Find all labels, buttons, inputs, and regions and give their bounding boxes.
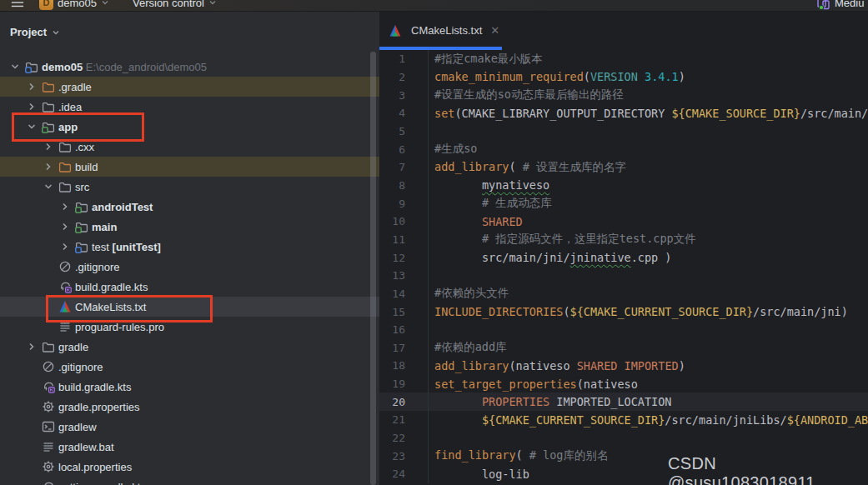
line-number: 9: [379, 194, 429, 212]
tree-item-label: .gitignore: [75, 261, 119, 273]
editor[interactable]: CMakeLists.txt ✕ 1#指定cmake最小版本2cmake_min…: [379, 11, 868, 485]
tree-item-cmakelists.txt[interactable]: CMakeLists.txt: [0, 297, 379, 317]
editor-tab-bar: CMakeLists.txt ✕: [379, 11, 868, 50]
line-number: 13: [379, 267, 429, 285]
indent-spacer: [42, 260, 55, 273]
hamburger-menu-icon[interactable]: [11, 0, 24, 9]
tree-item-build.gradle.kts[interactable]: build.gradle.kts: [0, 277, 379, 297]
main-toolbar: D demo05 Version control Mediu: [0, 0, 868, 12]
source-folder-green-icon: [75, 220, 88, 233]
chevron-right-icon[interactable]: [25, 80, 38, 93]
project-tool-window: Project demo05 E:\code_android\demo05.gr…: [0, 11, 379, 485]
tree-item-label: androidTest: [92, 201, 153, 213]
folder-icon: [42, 100, 55, 113]
tree-item-local.properties[interactable]: local.properties: [0, 457, 379, 477]
chevron-right-icon[interactable]: [42, 160, 55, 173]
tree-item-demo05[interactable]: demo05 E:\code_android\demo05: [0, 57, 379, 77]
gear-icon: [42, 460, 55, 473]
tree-item-.gitignore[interactable]: .gitignore: [0, 357, 379, 377]
tree-item-build.gradle.kts[interactable]: build.gradle.kts: [0, 377, 379, 397]
tree-item-app[interactable]: app: [0, 117, 379, 137]
device-selector[interactable]: Mediu: [816, 0, 868, 12]
code-line-8: 8 mynativeso: [379, 177, 868, 195]
expand-toggle: [42, 160, 55, 173]
chevron-right-icon[interactable]: [42, 140, 55, 153]
tree-item-src[interactable]: src: [0, 177, 379, 197]
code-area[interactable]: 1#指定cmake最小版本2cmake_minimum_required(VER…: [379, 50, 868, 485]
chevron-right-icon[interactable]: [58, 220, 72, 233]
tree-item-gradlew[interactable]: gradlew: [0, 417, 379, 437]
code-line-14: 14#依赖的头文件: [379, 285, 868, 303]
chevron-down-icon[interactable]: [42, 180, 55, 193]
line-number: 15: [379, 302, 429, 321]
expand-toggle: [25, 120, 38, 133]
project-scrollbar-thumb[interactable]: [370, 52, 376, 485]
chevron-down-icon[interactable]: [25, 120, 38, 133]
close-icon[interactable]: ✕: [490, 24, 499, 37]
tree-item-settings.gradle.kts[interactable]: settings.gradle.kts: [0, 477, 379, 485]
line-number: 18: [379, 357, 429, 375]
line-number: 21: [379, 411, 429, 429]
tree-item-label: main: [92, 221, 117, 233]
chevron-right-icon[interactable]: [58, 200, 72, 213]
tree-item-build[interactable]: build: [0, 157, 379, 177]
tab-cmakelists[interactable]: CMakeLists.txt ✕: [379, 11, 502, 50]
chevron-right-icon[interactable]: [25, 100, 38, 113]
line-number: 3: [379, 86, 429, 104]
tree-item-.gitignore[interactable]: .gitignore: [0, 257, 379, 277]
tree-item-androidtest[interactable]: androidTest: [0, 197, 379, 217]
line-number: 23: [379, 447, 429, 465]
code-line-9: 9 # 生成动态库: [379, 194, 868, 212]
indent-spacer: [42, 300, 55, 313]
code-line-18: 18add_library(nativeso SHARED IMPORTED): [379, 357, 868, 375]
tree-item-label: gradlew.bat: [58, 441, 114, 453]
tree-item-path: E:\code_android\demo05: [83, 61, 207, 73]
code-line-19: 19set_target_properties(nativeso: [379, 375, 868, 393]
tree-item-.idea[interactable]: .idea: [0, 97, 379, 117]
tree-item-.gradle[interactable]: .gradle: [0, 77, 379, 97]
tree-item-label: src: [75, 181, 89, 193]
tree-item-gradle[interactable]: gradle: [0, 337, 379, 357]
tree-item-test[interactable]: test [unitTest]: [0, 237, 379, 257]
tree-item-label: .gradle: [58, 81, 92, 93]
text-file-icon: [42, 440, 55, 453]
chevron-down-icon: [101, 0, 109, 7]
watermark: CSDN @susu1083018911: [668, 454, 868, 485]
tree-item-label: build: [75, 161, 98, 173]
cmake-icon: [389, 24, 402, 38]
indent-spacer: [25, 360, 38, 373]
folder-orange-icon: [42, 80, 55, 93]
vcs-widget[interactable]: Version control: [133, 0, 217, 9]
indent-spacer: [25, 400, 38, 413]
tree-item-label: gradlew: [58, 421, 97, 433]
line-number: 14: [379, 285, 429, 303]
code-line-12: 12 src/main/jni/jninative.cpp ): [379, 248, 868, 267]
chevron-down-icon: [52, 28, 60, 37]
line-number: 12: [379, 248, 429, 267]
project-panel-header[interactable]: Project: [10, 26, 60, 38]
chevron-right-icon[interactable]: [58, 240, 72, 253]
tree-item-label: app: [58, 121, 78, 133]
source-folder-green-icon: [75, 200, 88, 213]
tree-item-.cxx[interactable]: .cxx: [0, 137, 379, 157]
code-line-21: 21 ${CMAKE_CURRENT_SOURCE_DIR}/src/main/…: [379, 411, 868, 429]
chevron-down-icon[interactable]: [8, 60, 22, 73]
cmake-icon: [389, 24, 402, 38]
tree-item-gradle.properties[interactable]: gradle.properties: [0, 397, 379, 417]
tree-item-proguard-rules.pro[interactable]: proguard-rules.pro: [0, 317, 379, 337]
indent-spacer: [25, 480, 38, 485]
tree-item-main[interactable]: main: [0, 217, 379, 237]
tree-item-label: .gitignore: [58, 361, 103, 373]
line-number: 1: [379, 50, 429, 68]
expand-toggle: [8, 60, 22, 73]
indent-spacer: [25, 440, 38, 453]
chevron-right-icon[interactable]: [25, 340, 38, 353]
module-folder-green-icon: [42, 120, 55, 133]
tab-title: CMakeLists.txt: [411, 24, 482, 37]
tree-item-gradlew.bat[interactable]: gradlew.bat: [0, 437, 379, 457]
cmake-icon: [58, 300, 72, 313]
code-line-5: 5: [379, 122, 868, 141]
line-number: 6: [379, 140, 429, 158]
project-widget[interactable]: D demo05: [39, 0, 109, 10]
text-file-icon: [58, 320, 72, 333]
